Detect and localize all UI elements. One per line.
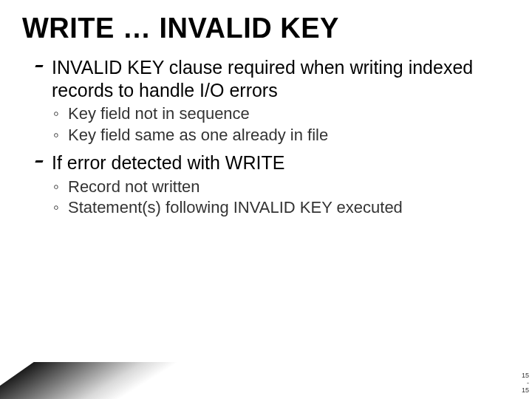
slide-body: INVALID KEY clause required when writing… — [22, 56, 510, 219]
bullet-group-1: INVALID KEY clause required when writing… — [35, 56, 510, 146]
page-number: 15 - 15 — [522, 372, 529, 395]
bullet-l2: Key field not in sequence — [35, 103, 510, 125]
decorative-wedge — [0, 362, 197, 399]
slide: WRITE … INVALID KEY INVALID KEY clause r… — [0, 0, 532, 219]
slide-title: WRITE … INVALID KEY — [22, 13, 510, 44]
bullet-group-2: If error detected with WRITE Record not … — [35, 151, 510, 218]
bullet-l1: If error detected with WRITE — [35, 151, 510, 174]
page-number-bot: 15 — [522, 387, 529, 395]
bullet-l2: Key field same as one already in file — [35, 125, 510, 146]
bullet-l2: Record not written — [35, 177, 510, 198]
bullet-l2: Statement(s) following INVALID KEY execu… — [35, 197, 510, 219]
bullet-l1: INVALID KEY clause required when writing… — [35, 56, 510, 103]
